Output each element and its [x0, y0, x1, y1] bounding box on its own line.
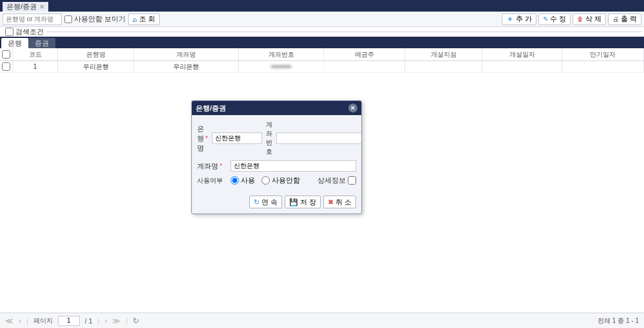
row-checkbox[interactable] [2, 62, 10, 71]
plus-icon: ＋ [506, 14, 514, 24]
app-tab-label: 은행/증권 [6, 2, 37, 12]
cancel-button-label: 취 소 [336, 197, 352, 207]
cancel-icon: ✖ [328, 198, 334, 206]
bank-input[interactable] [212, 132, 262, 144]
col-acctno[interactable]: 계좌번호 [239, 48, 324, 60]
search-button-label: 조 회 [139, 14, 155, 24]
acctname-label-text: 계좌명 [197, 161, 218, 171]
search-input[interactable] [3, 14, 62, 25]
row-check[interactable] [0, 61, 13, 72]
edit-button-label: 수 정 [550, 14, 566, 24]
row-expdate [562, 61, 644, 72]
hide-unused-checkbox-box[interactable] [64, 15, 72, 23]
acctname-input[interactable] [231, 160, 356, 172]
modal-dialog: 은행/증권 ✕ 은행명* 계좌번호 계좌명* 사용여부 사용 사용안함 상세정보… [191, 100, 362, 214]
continue-button[interactable]: ↻연 속 [249, 196, 282, 208]
criteria-label: 검색조건 [15, 27, 44, 37]
page-first-icon[interactable]: ≪ [5, 316, 14, 325]
row-holder [324, 61, 405, 72]
page-info: 전체 1 중 1 - 1 [598, 316, 639, 325]
nouse-radio[interactable]: 사용안함 [261, 176, 300, 185]
bank-label: 은행명* [197, 124, 208, 153]
search-button[interactable]: ⌕ 조 회 [128, 14, 160, 25]
col-expdate[interactable]: 만기일자 [562, 48, 644, 60]
modal-footer: ↻연 속 💾저 장 ✖취 소 [192, 192, 361, 214]
tab-bank-label: 은행 [8, 39, 22, 48]
nouse-radio-input[interactable] [261, 176, 270, 185]
useyn-label: 사용여부 [197, 176, 227, 185]
page-input[interactable] [58, 316, 80, 326]
page-total: 1 [88, 317, 92, 325]
modal-body: 은행명* 계좌번호 계좌명* 사용여부 사용 사용안함 상세정보 [192, 115, 361, 192]
required-icon: * [220, 163, 222, 170]
edit-button[interactable]: ✎수 정 [538, 14, 571, 25]
save-button[interactable]: 💾저 장 [285, 196, 321, 208]
trash-icon: 🗑 [577, 15, 583, 23]
save-icon: 💾 [289, 198, 298, 206]
page-label: 페이지 [33, 316, 53, 325]
separator: | [126, 317, 128, 325]
close-icon[interactable]: ✕ [39, 3, 44, 10]
detail-toggle[interactable]: 상세정보 [317, 176, 356, 185]
tab-securities-label: 증권 [35, 39, 49, 48]
page-last-icon[interactable]: ≫ [112, 316, 120, 325]
search-criteria-legend[interactable]: 검색조건 [3, 27, 46, 37]
continue-button-label: 연 속 [261, 197, 278, 207]
modal-title: 은행/증권 [196, 104, 226, 113]
page-next-icon[interactable]: › [104, 316, 107, 325]
print-button-label: 출 력 [621, 14, 637, 24]
tab-bank[interactable]: 은행 [1, 38, 28, 48]
close-icon[interactable]: ✕ [348, 104, 357, 113]
acctno-label: 계좌번호 [266, 120, 272, 156]
tab-securities[interactable]: 증권 [28, 38, 55, 48]
hide-unused-checkbox[interactable]: 사용안함 보이기 [64, 14, 126, 24]
row-bank: 우리은행 [58, 61, 134, 72]
check-all[interactable] [2, 50, 10, 59]
col-check[interactable] [0, 48, 13, 60]
criteria-checkbox[interactable] [5, 28, 14, 36]
nouse-radio-label: 사용안함 [272, 176, 300, 185]
print-button[interactable]: 🖨출 력 [608, 14, 641, 25]
add-button[interactable]: ＋추 가 [502, 14, 536, 25]
grid: 코드 은행명 계좌명 계좌번호 예금주 개설지점 개설일자 만기일자 1 우리은… [0, 48, 644, 73]
grid-header: 코드 은행명 계좌명 계좌번호 예금주 개설지점 개설일자 만기일자 [0, 48, 644, 61]
col-holder[interactable]: 예금주 [324, 48, 405, 60]
useyn-radio-group: 사용 사용안함 [231, 176, 300, 185]
separator: | [98, 317, 100, 325]
search-criteria-fieldset: 검색조건 [3, 27, 641, 37]
cancel-button[interactable]: ✖취 소 [323, 196, 356, 208]
detail-label: 상세정보 [317, 176, 346, 185]
app-header: 은행/증권 ✕ [0, 0, 644, 12]
refresh-icon[interactable]: ↻ [133, 316, 139, 325]
acctname-label: 계좌명* [197, 161, 227, 171]
page-prev-icon[interactable]: ‹ [19, 316, 21, 325]
paging-bar: ≪ ‹ | 페이지 / 1 | › ≫ | ↻ 전체 1 중 1 - 1 [0, 313, 644, 328]
sub-tabs: 은행 증권 [0, 37, 644, 48]
delete-button-label: 삭 제 [585, 14, 601, 24]
detail-checkbox[interactable] [348, 176, 356, 185]
col-acctname[interactable]: 계좌명 [134, 48, 239, 60]
continue-icon: ↻ [254, 198, 260, 206]
row-acctname: 우리은행 [134, 61, 239, 72]
row-opendate [482, 61, 562, 72]
add-button-label: 추 가 [516, 14, 532, 24]
toolbar: 사용안함 보이기 ⌕ 조 회 ＋추 가 ✎수 정 🗑삭 제 🖨출 력 [0, 12, 644, 27]
modal-header[interactable]: 은행/증권 ✕ [192, 101, 361, 115]
acctno-input[interactable] [276, 132, 362, 144]
use-radio-label: 사용 [241, 176, 255, 185]
row-code: 1 [13, 61, 58, 72]
save-button-label: 저 장 [300, 197, 316, 207]
search-icon: ⌕ [133, 15, 137, 23]
hide-unused-label: 사용안함 보이기 [74, 14, 126, 24]
col-opendate[interactable]: 개설일자 [482, 48, 562, 60]
col-code[interactable]: 코드 [13, 48, 58, 60]
delete-button[interactable]: 🗑삭 제 [573, 14, 606, 25]
use-radio[interactable]: 사용 [231, 176, 255, 185]
col-bank[interactable]: 은행명 [58, 48, 134, 60]
use-radio-input[interactable] [231, 176, 239, 185]
app-tab[interactable]: 은행/증권 ✕ [3, 2, 48, 12]
printer-icon: 🖨 [612, 15, 619, 23]
row-acctno: ••••••••• [239, 61, 324, 72]
table-row[interactable]: 1 우리은행 우리은행 ••••••••• [0, 61, 644, 73]
col-branch[interactable]: 개설지점 [405, 48, 482, 60]
